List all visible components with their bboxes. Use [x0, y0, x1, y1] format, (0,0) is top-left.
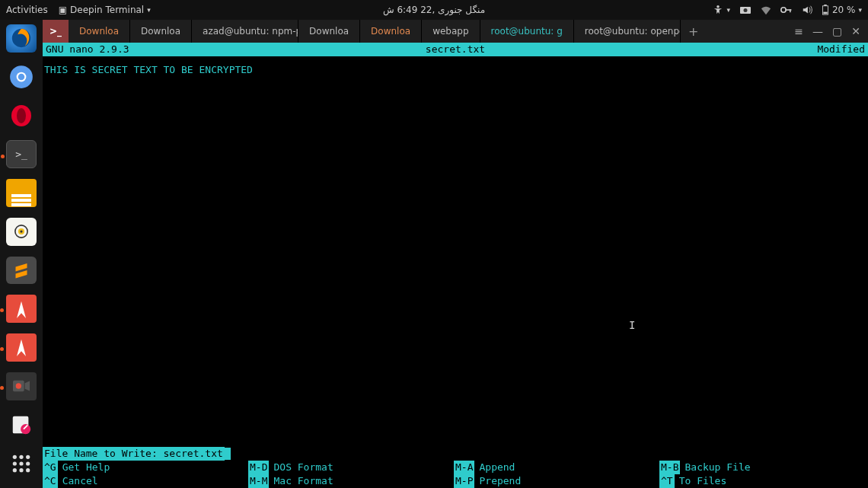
- activities-button[interactable]: Activities: [6, 5, 48, 15]
- svg-point-24: [19, 455, 23, 458]
- volume-icon[interactable]: [802, 5, 812, 15]
- shortcut-key: ^C: [43, 474, 58, 488]
- shortcut-label: Prepend: [479, 474, 521, 488]
- shortcut-key: ^G: [43, 461, 58, 474]
- chevron-down-icon: ▾: [147, 6, 151, 14]
- terminal-tab[interactable]: Downloa: [130, 20, 192, 43]
- nano-shortcut: M-BBackup File: [659, 461, 868, 474]
- shortcut-key: M-M: [248, 474, 269, 488]
- nano-filename: secret.txt: [426, 43, 485, 56]
- cursor-block-icon: [225, 448, 231, 460]
- svg-point-0: [717, 5, 720, 8]
- shortcut-label: To Files: [679, 474, 727, 488]
- dock-app2-icon[interactable]: [6, 333, 37, 362]
- gnome-dock: >_: [0, 20, 43, 488]
- nano-shortcuts-row: ^GGet HelpM-DDOS FormatM-AAppendM-BBacku…: [43, 461, 868, 474]
- dock-rhythmbox-icon[interactable]: [6, 218, 37, 246]
- terminal-tab[interactable]: Downloa: [298, 20, 360, 43]
- svg-point-17: [20, 231, 22, 233]
- dock-recorder-icon[interactable]: [6, 372, 37, 400]
- terminal-tab[interactable]: root@ubuntu: openpgp-rev: [574, 20, 681, 43]
- nano-prompt-value: secret.txt: [164, 448, 223, 459]
- nano-version: GNU nano 2.9.3: [46, 43, 129, 56]
- nano-status: Modified: [817, 43, 865, 56]
- svg-point-28: [26, 461, 30, 465]
- nano-shortcut: M-PPrepend: [454, 474, 659, 488]
- gnome-top-panel: Activities ▣ Deepin Terminal ▾ منگل جنور…: [0, 0, 868, 20]
- vpn-key-icon[interactable]: [780, 6, 793, 14]
- terminal-tab[interactable]: Downloa: [360, 20, 422, 43]
- nano-shortcut: ^GGet Help: [43, 461, 248, 474]
- maximize-icon[interactable]: ▢: [832, 25, 842, 37]
- shortcut-label: Cancel: [62, 474, 98, 488]
- terminal-tab[interactable]: webapp: [422, 20, 480, 43]
- dock-show-apps-icon[interactable]: [6, 449, 37, 477]
- dock-sublime-icon[interactable]: [6, 257, 37, 285]
- dock-files-icon[interactable]: [6, 179, 37, 207]
- nano-shortcuts-row: ^CCancelM-MMac FormatM-PPrepend^TTo File…: [43, 474, 868, 488]
- nano-content-line: THIS IS SECRET TEXT TO BE ENCRYPTED: [44, 64, 866, 75]
- battery-percent: 20 %: [832, 5, 856, 15]
- svg-point-23: [13, 455, 17, 458]
- svg-rect-7: [824, 5, 827, 6]
- nano-shortcut: ^CCancel: [43, 474, 248, 488]
- accessibility-icon[interactable]: ▾: [713, 5, 730, 15]
- shortcut-label: Get Help: [62, 461, 110, 474]
- svg-point-19: [16, 383, 21, 388]
- nano-shortcut: M-DDOS Format: [248, 461, 454, 474]
- nano-prompt-line[interactable]: File Name to Write: secret.txt: [43, 447, 868, 461]
- terminal-tab[interactable]: azad@ubuntu: npm-prc: [192, 20, 298, 43]
- svg-point-14: [17, 108, 26, 123]
- dock-app1-icon[interactable]: [6, 295, 37, 323]
- dock-chromium-icon[interactable]: [6, 63, 37, 91]
- dock-opera-icon[interactable]: [6, 101, 37, 129]
- new-tab-button[interactable]: +: [681, 20, 707, 43]
- nano-shortcut: M-AAppend: [454, 461, 659, 474]
- shortcut-label: DOS Format: [273, 461, 333, 474]
- nano-prompt-label: File Name to Write:: [44, 448, 164, 459]
- nano-shortcut: M-MMac Format: [248, 474, 454, 488]
- shortcut-key: M-D: [248, 461, 269, 474]
- network-icon[interactable]: [761, 5, 771, 15]
- svg-point-3: [781, 8, 786, 12]
- app-menu-label: Deepin Terminal: [70, 5, 144, 15]
- shortcut-label: Mac Format: [273, 474, 333, 488]
- shortcut-key: ^T: [659, 474, 675, 488]
- close-icon[interactable]: ✕: [851, 25, 860, 37]
- svg-point-25: [26, 455, 30, 458]
- terminal-tab[interactable]: root@ubuntu: g: [480, 20, 574, 43]
- svg-point-12: [18, 74, 25, 81]
- app-menu[interactable]: ▣ Deepin Terminal ▾: [59, 5, 151, 15]
- svg-point-27: [19, 461, 23, 465]
- svg-rect-8: [823, 12, 827, 14]
- dock-firefox-icon[interactable]: [6, 24, 37, 53]
- terminal-window: >_ DownloaDownloaazad@ubuntu: npm-prcDow…: [43, 20, 868, 488]
- nano-shortcut: ^TTo Files: [659, 474, 868, 488]
- terminal-tab-bar: >_ DownloaDownloaazad@ubuntu: npm-prcDow…: [43, 20, 868, 43]
- dock-notes-icon[interactable]: [6, 411, 37, 439]
- clock[interactable]: منگل جنوری ,22 6:49 ش: [383, 5, 485, 15]
- nano-editor-area[interactable]: THIS IS SECRET TEXT TO BE ENCRYPTED I: [43, 56, 868, 447]
- shortcut-key: M-P: [454, 474, 474, 488]
- terminal-tab[interactable]: Downloa: [69, 20, 130, 43]
- svg-point-29: [13, 468, 17, 472]
- svg-point-31: [26, 468, 30, 472]
- shortcut-key: M-B: [659, 461, 680, 474]
- svg-point-30: [19, 468, 23, 472]
- hamburger-menu-icon[interactable]: ≡: [794, 25, 803, 37]
- camera-icon[interactable]: [739, 5, 752, 14]
- shortcut-label: Backup File: [685, 461, 750, 474]
- svg-point-26: [13, 461, 17, 465]
- svg-rect-5: [790, 9, 791, 12]
- svg-point-2: [743, 8, 747, 12]
- battery-indicator[interactable]: 20 % ▾: [822, 5, 862, 15]
- shortcut-key: M-A: [454, 461, 474, 474]
- svg-point-21: [21, 424, 30, 434]
- text-cursor-icon: I: [629, 319, 635, 331]
- shortcut-label: Append: [479, 461, 515, 474]
- terminal-prompt-icon[interactable]: >_: [43, 20, 69, 43]
- minimize-icon[interactable]: —: [812, 25, 823, 37]
- terminal-small-icon: ▣: [59, 5, 67, 15]
- dock-terminal-icon[interactable]: >_: [6, 140, 37, 168]
- nano-header-bar: GNU nano 2.9.3 secret.txt Modified: [43, 43, 868, 56]
